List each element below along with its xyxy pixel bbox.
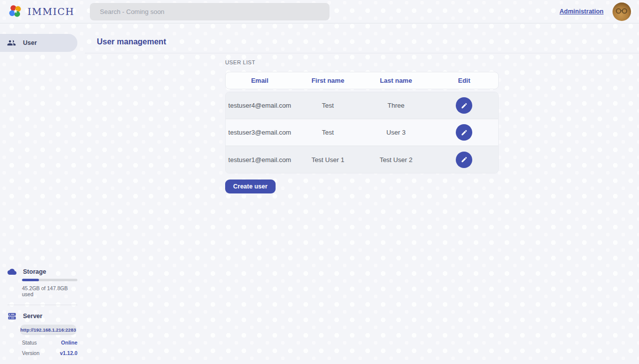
search-bar[interactable] [90, 3, 329, 20]
column-header-last-name: Last name [362, 77, 430, 84]
version-value: v1.12.0 [60, 350, 77, 356]
user-list-panel: USER LIST Email First name Last name Edi… [225, 59, 499, 193]
main-content: User management USER LIST Email First na… [85, 23, 639, 364]
sidebar-item-user[interactable]: User [0, 34, 77, 52]
server-section-header: Server [7, 312, 77, 321]
create-user-button[interactable]: Create user [225, 180, 276, 193]
storage-section-header: Storage [7, 267, 77, 276]
sidebar-divider [7, 305, 77, 305]
edit-cell [430, 97, 499, 114]
immich-flower-icon [8, 4, 23, 19]
storage-usage-text: 45.2GB of 147.8GB used [22, 285, 77, 297]
cloud-icon [7, 267, 16, 276]
server-version-row: Version v1.12.0 [22, 350, 77, 356]
column-header-first-name: First name [294, 77, 362, 84]
sidebar-bottom-panel: Storage 45.2GB of 147.8GB used [0, 267, 85, 364]
pencil-icon [461, 156, 468, 163]
storage-progress-fill [22, 279, 39, 281]
pencil-icon [461, 129, 468, 136]
sidebar-item-label: User [23, 39, 37, 46]
first-name-cell: Test User 1 [294, 156, 362, 164]
last-name-cell: User 3 [362, 129, 430, 136]
column-header-edit: Edit [430, 77, 499, 84]
glasses-icon [615, 8, 629, 14]
title-divider [85, 53, 639, 53]
administration-link[interactable]: Administration [560, 8, 604, 15]
status-label: Status [22, 340, 37, 346]
column-header-email: Email [226, 77, 294, 84]
server-status-row: Status Online [22, 340, 77, 346]
first-name-cell: Test [294, 102, 362, 109]
edit-cell [430, 124, 499, 141]
user-table-rows: testuser4@email.com Test Three testuser3… [225, 92, 499, 174]
user-avatar[interactable] [613, 2, 631, 21]
table-row: testuser1@email.com Test User 1 Test Use… [226, 146, 498, 173]
server-url-badge: http://192.168.1.216:2283 [20, 325, 76, 335]
edit-user-button[interactable] [456, 97, 472, 114]
edit-user-button[interactable] [456, 152, 472, 168]
status-value: Online [61, 340, 77, 346]
last-name-cell: Test User 2 [362, 156, 430, 164]
pencil-icon [461, 102, 468, 109]
email-cell: testuser1@email.com [226, 156, 294, 164]
storage-progress-bar [22, 279, 77, 281]
search-input[interactable] [100, 8, 320, 15]
table-row: testuser4@email.com Test Three [226, 92, 498, 119]
top-bar: IMMICH Administration [0, 0, 639, 23]
app-logo[interactable]: IMMICH [8, 4, 90, 19]
server-icon [7, 312, 16, 321]
email-cell: testuser3@email.com [226, 129, 294, 136]
sidebar: User Storage 45.2GB of 147.8GB used [0, 23, 85, 364]
first-name-cell: Test [294, 129, 362, 136]
version-label: Version [22, 350, 39, 356]
server-title: Server [23, 313, 42, 320]
user-list-label: USER LIST [225, 59, 499, 65]
table-row: testuser3@email.com Test User 3 [226, 119, 498, 146]
email-cell: testuser4@email.com [226, 102, 294, 109]
page-title: User management [97, 38, 639, 46]
user-table-header: Email First name Last name Edit [225, 72, 499, 89]
edit-user-button[interactable] [456, 124, 472, 141]
last-name-cell: Three [362, 102, 430, 109]
app-name: IMMICH [27, 6, 74, 17]
users-icon [7, 38, 16, 47]
edit-cell [430, 152, 499, 168]
storage-title: Storage [23, 268, 46, 275]
